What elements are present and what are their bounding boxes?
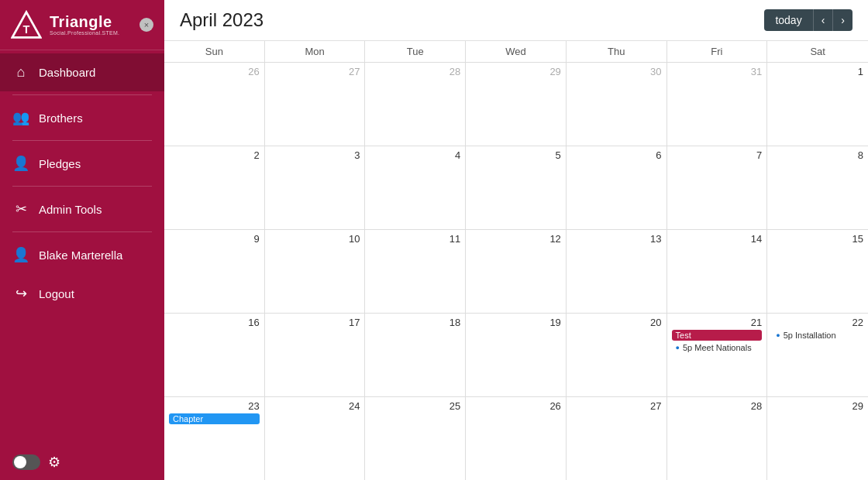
day-cell[interactable]: 11 (365, 230, 466, 313)
day-number: 12 (470, 233, 561, 245)
day-cell[interactable]: 19 (466, 314, 567, 396)
app-name: Triangle (50, 13, 119, 30)
day-number: 28 (370, 66, 460, 77)
sidebar-item-label: Logout (39, 287, 74, 300)
day-cell[interactable]: 25 (365, 397, 466, 480)
day-cell[interactable]: 5 (466, 146, 567, 229)
day-number: 5 (470, 149, 561, 161)
sidebar: T Triangle Social.Professional.STEM. × ⌂… (0, 0, 164, 480)
day-number: 20 (571, 317, 662, 328)
sidebar-item-label: Admin Tools (39, 203, 102, 216)
day-cell[interactable]: 9 (164, 230, 265, 313)
day-number: 24 (270, 400, 360, 412)
sidebar-item-label: Dashboard (39, 66, 95, 79)
user-icon: 👤 (12, 246, 29, 263)
day-cell[interactable]: 21Test5p Meet Nationals (667, 314, 768, 396)
day-number: 30 (571, 66, 662, 77)
day-cell[interactable]: 10 (265, 230, 366, 313)
day-cell[interactable]: 18 (365, 314, 466, 396)
calendar-event[interactable]: 5p Installation (772, 330, 863, 341)
day-cell[interactable]: 27 (265, 63, 366, 146)
nav-divider-2 (12, 140, 152, 141)
sidebar-item-dashboard[interactable]: ⌂ Dashboard (0, 53, 164, 91)
sidebar-item-logout[interactable]: ↪ Logout (0, 274, 164, 313)
day-header-sun: Sun (164, 41, 265, 62)
calendar-event[interactable]: Chapter (169, 413, 260, 424)
day-number: 21 (672, 317, 763, 328)
day-number: 27 (270, 66, 360, 77)
day-number: 17 (270, 317, 360, 328)
day-number: 31 (672, 66, 763, 77)
close-button[interactable]: × (140, 18, 153, 32)
day-cell[interactable]: 24 (265, 397, 366, 480)
day-cell[interactable]: 23Chapter (164, 397, 265, 480)
calendar-nav-buttons: today ‹ › (764, 9, 852, 31)
sidebar-item-pledges[interactable]: 👤 Pledges (0, 144, 164, 183)
day-cell[interactable]: 17 (265, 314, 366, 396)
home-icon: ⌂ (12, 64, 29, 81)
day-cell[interactable]: 28 (365, 63, 466, 146)
day-cell[interactable]: 13 (567, 230, 667, 313)
day-cell[interactable]: 29 (466, 63, 567, 146)
day-number: 27 (571, 400, 662, 412)
day-header-fri: Fri (667, 41, 768, 62)
day-cell[interactable]: 14 (667, 230, 768, 313)
day-cell[interactable]: 7 (667, 146, 768, 229)
prev-month-button[interactable]: ‹ (813, 9, 833, 31)
day-number: 18 (370, 317, 460, 328)
calendar-header: April 2023 today ‹ › (164, 0, 868, 41)
day-cell[interactable]: 2 (164, 146, 265, 229)
week-row: 9101112131415 (164, 230, 868, 314)
calendar-event[interactable]: 5p Meet Nationals (672, 342, 763, 353)
day-cell[interactable]: 30 (567, 63, 667, 146)
admin-tools-icon: ✂ (12, 201, 29, 218)
day-cell[interactable]: 3 (265, 146, 366, 229)
day-number: 8 (772, 149, 863, 161)
day-cell[interactable]: 8 (767, 146, 868, 229)
day-cell[interactable]: 12 (466, 230, 567, 313)
day-number: 26 (470, 400, 561, 412)
day-cell[interactable]: 4 (365, 146, 466, 229)
day-cell[interactable]: 16 (164, 314, 265, 396)
day-number: 23 (169, 400, 260, 412)
logout-icon: ↪ (12, 285, 29, 302)
triangle-logo-icon: T (11, 9, 42, 40)
day-number: 1 (772, 66, 863, 77)
day-cell[interactable]: 1 (767, 63, 868, 146)
day-number: 7 (672, 149, 763, 161)
day-number: 25 (370, 400, 460, 412)
main-content: April 2023 today ‹ › SunMonTueWedThuFriS… (164, 0, 868, 480)
day-cell[interactable]: 28 (667, 397, 768, 480)
calendar-event[interactable]: Test (672, 330, 763, 341)
day-cell[interactable]: 29 (767, 397, 868, 480)
sidebar-nav: ⌂ Dashboard 👥 Brothers 👤 Pledges ✂ Admin… (0, 50, 164, 444)
day-cell[interactable]: 6 (567, 146, 667, 229)
day-number: 11 (370, 233, 460, 245)
day-header-tue: Tue (365, 41, 466, 62)
sidebar-item-brothers[interactable]: 👥 Brothers (0, 98, 164, 137)
today-button[interactable]: today (764, 9, 812, 31)
day-number: 28 (672, 400, 763, 412)
day-number: 26 (169, 66, 260, 77)
day-cell[interactable]: 26 (164, 63, 265, 146)
next-month-button[interactable]: › (832, 9, 852, 31)
day-number: 22 (772, 317, 863, 328)
day-number: 16 (169, 317, 260, 328)
day-number: 6 (571, 149, 662, 161)
app-subtitle: Social.Professional.STEM. (50, 30, 119, 36)
sidebar-item-user[interactable]: 👤 Blake Marterella (0, 235, 164, 274)
theme-toggle[interactable] (12, 454, 40, 470)
logo-text: Triangle Social.Professional.STEM. (50, 13, 119, 36)
day-cell[interactable]: 225p Installation (767, 314, 868, 396)
sidebar-item-label: Blake Marterella (39, 249, 122, 262)
day-number: 4 (370, 149, 460, 161)
day-cell[interactable]: 27 (567, 397, 667, 480)
day-cell[interactable]: 20 (567, 314, 667, 396)
gear-icon[interactable]: ⚙ (48, 454, 60, 471)
day-cell[interactable]: 31 (667, 63, 768, 146)
sidebar-item-admin-tools[interactable]: ✂ Admin Tools (0, 190, 164, 228)
nav-divider-1 (12, 94, 152, 95)
day-cell[interactable]: 15 (767, 230, 868, 313)
day-number: 29 (772, 400, 863, 412)
day-cell[interactable]: 26 (466, 397, 567, 480)
